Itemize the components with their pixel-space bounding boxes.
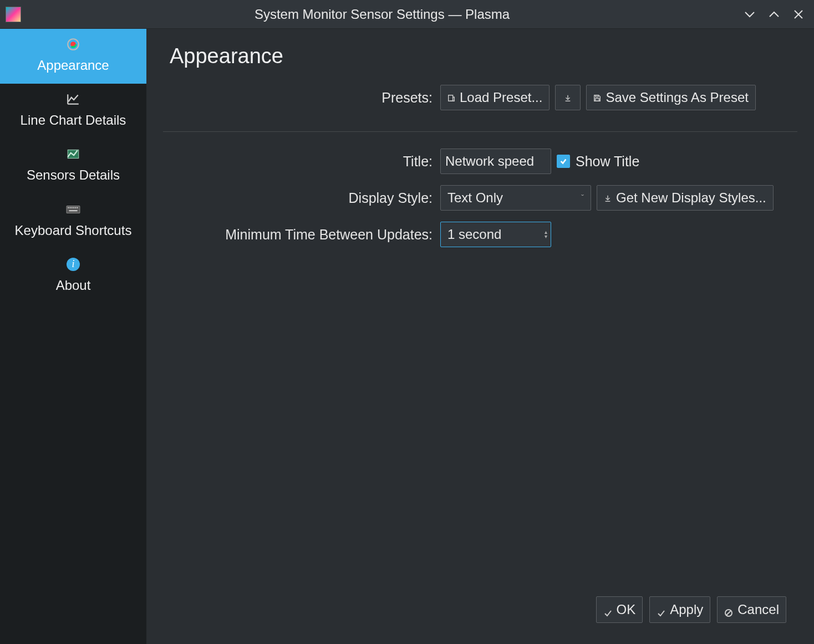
svg-rect-11 <box>75 207 76 208</box>
button-label: Save Settings As Preset <box>606 90 748 105</box>
button-label: Apply <box>670 602 703 617</box>
spin-value: 1 second <box>447 227 501 242</box>
keyboard-icon <box>65 202 81 217</box>
svg-line-22 <box>726 611 731 615</box>
chevron-down-icon: ˇ <box>581 193 584 202</box>
separator <box>163 131 797 132</box>
cancel-icon <box>724 605 733 614</box>
select-value: Text Only <box>447 190 503 206</box>
app-icon <box>6 7 21 22</box>
download-icon <box>604 190 612 206</box>
sensors-icon <box>65 146 81 162</box>
min-update-spinbox[interactable]: 1 second ▴▾ <box>440 222 551 247</box>
load-preset-button[interactable]: Load Preset... <box>440 85 550 110</box>
sidebar-item-label: Keyboard Shortcuts <box>15 222 132 239</box>
check-icon <box>603 605 612 614</box>
svg-rect-6 <box>67 206 80 213</box>
svg-rect-17 <box>596 95 598 98</box>
sidebar-item-sensors-details[interactable]: Sensors Details <box>0 139 146 193</box>
dialog-footer: OK Apply Cancel <box>163 590 797 633</box>
display-style-select[interactable]: Text Only ˇ <box>440 185 591 211</box>
check-icon <box>657 605 665 614</box>
svg-rect-13 <box>69 210 77 211</box>
presets-label: Presets: <box>163 90 435 106</box>
save-icon <box>593 90 601 105</box>
cancel-button[interactable]: Cancel <box>717 596 786 623</box>
maximize-button[interactable] <box>767 8 781 21</box>
presets-row: Presets: Load Preset... Save S <box>163 85 797 110</box>
titlebar: System Monitor Sensor Settings — Plasma <box>0 0 814 29</box>
min-update-row: Minimum Time Between Updates: 1 second ▴… <box>163 222 797 247</box>
window-controls <box>743 8 805 21</box>
spin-arrows-icon: ▴▾ <box>545 230 547 239</box>
svg-rect-18 <box>596 99 599 101</box>
button-label: Cancel <box>737 602 779 617</box>
svg-rect-8 <box>70 207 71 208</box>
title-input-field[interactable] <box>445 149 546 173</box>
get-new-styles-button[interactable]: Get New Display Styles... <box>597 185 774 211</box>
svg-rect-10 <box>73 207 74 208</box>
close-button[interactable] <box>792 8 805 21</box>
main-panel: Appearance Presets: Load Preset... <box>146 29 814 644</box>
title-input[interactable] <box>440 149 551 174</box>
sidebar: Appearance Line Chart Details Sensors De… <box>0 29 146 644</box>
sidebar-item-label: Sensors Details <box>27 166 120 183</box>
window-title: System Monitor Sensor Settings — Plasma <box>28 7 736 22</box>
appearance-icon <box>65 37 81 52</box>
title-label: Title: <box>163 154 435 170</box>
sidebar-item-about[interactable]: i About <box>0 249 146 304</box>
button-label: Get New Display Styles... <box>616 190 766 206</box>
svg-rect-7 <box>68 207 69 208</box>
sidebar-item-appearance[interactable]: Appearance <box>0 29 146 84</box>
form-area: Presets: Load Preset... Save S <box>163 85 797 247</box>
ok-button[interactable]: OK <box>596 596 643 623</box>
show-title-label: Show Title <box>576 154 639 170</box>
display-style-label: Display Style: <box>163 190 435 206</box>
button-label: OK <box>617 602 636 617</box>
download-preset-button[interactable] <box>555 85 581 110</box>
title-row: Title: Show Title <box>163 149 797 174</box>
line-chart-icon <box>65 91 81 107</box>
apply-button[interactable]: Apply <box>649 596 710 623</box>
sidebar-item-label: About <box>56 277 91 294</box>
content: Appearance Line Chart Details Sensors De… <box>0 29 814 644</box>
sidebar-item-keyboard-shortcuts[interactable]: Keyboard Shortcuts <box>0 194 146 249</box>
sidebar-item-label: Line Chart Details <box>21 111 126 129</box>
svg-rect-14 <box>449 95 453 101</box>
button-label: Load Preset... <box>460 90 542 105</box>
document-open-icon <box>447 90 455 105</box>
show-title-checkbox[interactable] <box>557 155 570 168</box>
page-heading: Appearance <box>170 44 797 68</box>
sidebar-item-line-chart-details[interactable]: Line Chart Details <box>0 84 146 139</box>
svg-rect-9 <box>72 207 73 208</box>
min-update-label: Minimum Time Between Updates: <box>163 227 435 243</box>
svg-rect-12 <box>77 207 78 208</box>
info-icon: i <box>65 257 81 272</box>
save-preset-button[interactable]: Save Settings As Preset <box>586 85 755 110</box>
minimize-button[interactable] <box>743 8 756 21</box>
display-style-row: Display Style: Text Only ˇ Get New Displ… <box>163 185 797 211</box>
download-icon <box>564 90 572 105</box>
sidebar-item-label: Appearance <box>37 57 109 74</box>
